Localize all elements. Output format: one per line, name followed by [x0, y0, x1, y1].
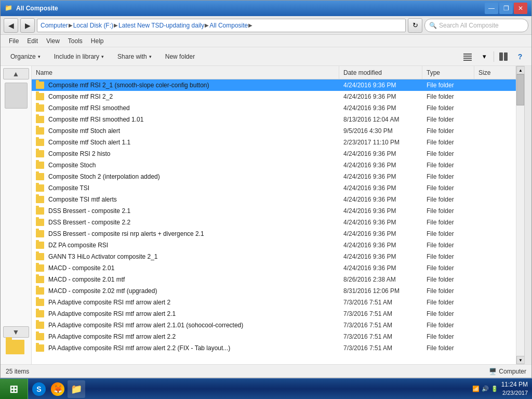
folder-icon — [32, 127, 48, 135]
forward-button[interactable]: ▶ — [20, 18, 35, 33]
table-row[interactable]: PA Adaptive composite RSI mtf arrow aler… — [32, 320, 516, 331]
table-row[interactable]: MACD - composite 2.01 mtf 8/26/2016 2:38… — [32, 274, 516, 285]
back-button[interactable]: ◀ — [4, 18, 18, 33]
file-name: Composite mtf Stoch alert 1.1 — [48, 139, 339, 146]
table-row[interactable]: DSS Bressert - composite 2.1 4/24/2016 9… — [32, 205, 516, 217]
file-date: 7/3/2016 7:51 AM — [339, 333, 422, 340]
include-library-chevron: ▾ — [101, 54, 104, 59]
col-header-type[interactable]: Type — [422, 66, 474, 79]
folder-icon — [32, 230, 48, 237]
folder-icon — [32, 116, 48, 123]
file-date: 8/31/2016 12:06 PM — [339, 287, 422, 295]
folder-icon — [32, 150, 48, 157]
path-arrow-2: ▶ — [114, 22, 118, 28]
scrollbar-down-button[interactable]: ▼ — [516, 356, 524, 364]
file-date: 4/24/2016 9:36 PM — [339, 82, 422, 89]
file-type: File folder — [422, 104, 474, 112]
table-row[interactable]: MACD - composite 2.01 4/24/2016 9:36 PM … — [32, 262, 516, 274]
share-with-button[interactable]: Share with ▾ — [112, 49, 157, 64]
table-row[interactable]: DSS Bressert - composite 2.2 4/24/2016 9… — [32, 217, 516, 228]
refresh-button[interactable]: ↻ — [408, 18, 422, 33]
table-row[interactable]: PA Adaptive composite RSI mtf arrow aler… — [32, 297, 516, 308]
path-segment-allcomposite[interactable]: All Composite — [209, 22, 248, 29]
table-row[interactable]: DSS Bressert - composite rsi nrp alerts … — [32, 228, 516, 240]
table-row[interactable]: PA Adaptive composite RSI mtf arrow aler… — [32, 342, 516, 354]
file-type: File folder — [422, 276, 474, 283]
table-row[interactable]: DZ PA composite RSI 4/24/2016 9:36 PM Fi… — [32, 240, 516, 251]
file-name: Composite TSI mtf alerts — [48, 196, 339, 203]
table-row[interactable]: MACD - composite 2.02 mtf (upgraded) 8/3… — [32, 285, 516, 297]
include-library-button[interactable]: Include in library ▾ — [48, 49, 110, 64]
new-folder-button[interactable]: New folder — [159, 49, 201, 64]
menu-bar: File Edit View Tools Help — [1, 35, 531, 47]
file-date: 4/24/2016 9:36 PM — [339, 219, 422, 226]
file-type: File folder — [422, 230, 474, 237]
col-header-date[interactable]: Date modified — [339, 66, 422, 79]
column-headers: Name Date modified Type Size — [32, 66, 516, 79]
file-name: Composite TSI — [48, 184, 339, 192]
table-row[interactable]: Composite mtf RSI 2_1 (smooth-slope cole… — [32, 79, 516, 91]
table-row[interactable]: PA Adaptive composite RSI mtf arrow aler… — [32, 308, 516, 320]
preview-pane-button[interactable] — [496, 49, 511, 64]
close-button[interactable]: ✕ — [514, 3, 527, 14]
menu-file[interactable]: File — [5, 36, 23, 46]
minimize-button[interactable]: — — [485, 3, 498, 14]
path-segment-computer[interactable]: Computer — [41, 22, 68, 29]
file-type: File folder — [422, 93, 474, 100]
taskbar-firefox-icon[interactable]: 🦊 — [49, 380, 66, 398]
search-box[interactable]: 🔍 Search All Composite — [424, 19, 528, 32]
file-name: Composite RSI 2 histo — [48, 150, 339, 157]
svg-rect-0 — [463, 54, 472, 55]
menu-help[interactable]: Help — [87, 36, 108, 46]
table-row[interactable]: Composite mtf RSI 2_2 4/24/2016 9:36 PM … — [32, 91, 516, 102]
table-row[interactable]: Composite RSI 2 histo 4/24/2016 9:36 PM … — [32, 148, 516, 159]
table-row[interactable]: Composite mtf Stoch alert 9/5/2016 4:30 … — [32, 125, 516, 137]
table-row[interactable]: Composite mtf RSI smoothed 4/24/2016 9:3… — [32, 102, 516, 114]
share-with-label: Share with — [117, 53, 147, 60]
up-arrow-button[interactable]: ▲ — [3, 68, 29, 79]
clock-time: 11:24 PM — [501, 380, 528, 389]
col-header-size[interactable]: Size — [474, 66, 516, 79]
menu-tools[interactable]: Tools — [64, 36, 87, 46]
organize-button[interactable]: Organize ▾ — [5, 49, 46, 64]
table-row[interactable]: PA Adaptive composite RSI mtf arrow aler… — [32, 331, 516, 342]
taskbar-explorer-icon[interactable]: 📁 — [68, 380, 85, 398]
scrollbar-thumb[interactable] — [516, 74, 524, 105]
address-bar: ◀ ▶ Computer ▶ Local Disk (F:) ▶ Latest … — [1, 16, 531, 35]
down-arrow-button[interactable]: ▼ — [3, 326, 29, 338]
table-row[interactable]: Composite TSI mtf alerts 4/24/2016 9:36 … — [32, 194, 516, 205]
address-path[interactable]: Computer ▶ Local Disk (F:) ▶ Latest New … — [37, 19, 406, 32]
down-arrow-area: ▼ — [3, 326, 29, 338]
file-name: Composite mtf RSI 2_1 (smooth-slope cole… — [48, 82, 339, 89]
file-name: DSS Bressert - composite rsi nrp alerts … — [48, 230, 339, 237]
menu-edit[interactable]: Edit — [23, 36, 42, 46]
view-details-button[interactable] — [460, 49, 475, 64]
scrollbar-up-button[interactable]: ▲ — [516, 66, 524, 74]
scrollbar-thumb-area[interactable] — [516, 74, 524, 356]
path-segment-latest[interactable]: Latest New TSD-updating daily — [118, 22, 204, 29]
maximize-button[interactable]: ❐ — [499, 3, 513, 14]
table-row[interactable]: Composite mtf Stoch alert 1.1 2/23/2017 … — [32, 137, 516, 148]
file-name: Composite Stoch — [48, 162, 339, 169]
taskbar-skype-icon[interactable]: S — [30, 380, 48, 398]
table-row[interactable]: Composite Stoch 2 (interpolation added) … — [32, 171, 516, 182]
right-side-panel — [524, 66, 531, 364]
table-row[interactable]: Composite mtf RSI smoothed 1.01 8/13/201… — [32, 114, 516, 125]
path-segment-localdisk[interactable]: Local Disk (F:) — [73, 22, 113, 29]
folder-icon — [32, 310, 48, 317]
help-button[interactable]: ? — [513, 49, 527, 64]
table-row[interactable]: GANN T3 HiLo Activator composite 2_1 4/2… — [32, 251, 516, 262]
table-row[interactable]: Composite Stoch 4/24/2016 9:36 PM File f… — [32, 159, 516, 171]
taskbar-time: 11:24 PM 2/23/2017 — [501, 380, 528, 397]
computer-label: Computer — [499, 368, 526, 375]
start-button[interactable]: ⊞ — [0, 379, 28, 400]
view-chevron-button[interactable]: ▾ — [477, 49, 491, 64]
menu-view[interactable]: View — [42, 36, 64, 46]
toolbar: Organize ▾ Include in library ▾ Share wi… — [1, 47, 531, 66]
file-name: PA Adaptive composite RSI mtf arrow aler… — [48, 299, 339, 306]
file-name: PA Adaptive composite RSI mtf arrow aler… — [48, 310, 339, 317]
file-name: MACD - composite 2.01 mtf — [48, 276, 339, 283]
window-title: All Composite — [16, 5, 485, 12]
table-row[interactable]: Composite TSI 4/24/2016 9:36 PM File fol… — [32, 182, 516, 194]
col-header-name[interactable]: Name — [32, 66, 339, 79]
